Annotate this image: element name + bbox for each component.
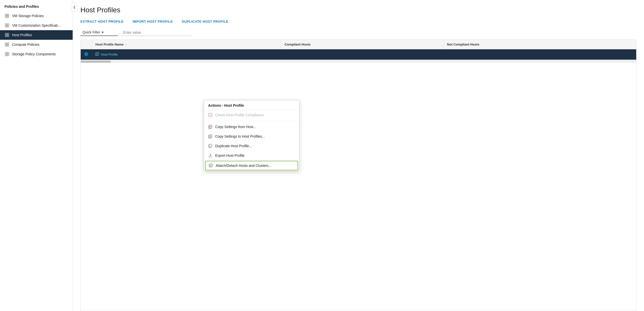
quick-filter-button[interactable]: Quick Filter ▾ [80,29,118,36]
svg-rect-6 [5,26,7,27]
host-profiles-table: Host Profile Name ↑ Compliant Hosts Not … [81,40,636,60]
check-compliance-icon [208,113,213,117]
menu-item-duplicate-host-profile[interactable]: Duplicate Host Profile... [204,141,299,151]
chevron-down-icon: ▾ [102,30,104,34]
row-not-compliant-cell [443,49,636,60]
sidebar-item-label-vm-storage: VM Storage Policies [12,14,44,18]
copy-from-host-icon [208,125,213,129]
menu-item-export-host-profile[interactable]: Export Host Profile [204,151,299,160]
quick-filter-label: Quick Filter [82,30,100,34]
svg-rect-5 [7,24,9,25]
sidebar: ❮ Policies and Profiles VM Storage Polic… [0,0,73,311]
host-profiles-table-wrapper: Host Profile Name ↑ Compliant Hosts Not … [80,40,636,311]
svg-rect-9 [7,33,9,35]
context-menu-title: Actions - Host Profile [204,100,299,110]
svg-rect-2 [5,16,7,18]
attach-detach-icon [209,163,213,168]
menu-item-export-host-profile-label: Export Host Profile [215,153,245,158]
sidebar-item-vm-customization[interactable]: VM Customization Specificati... [0,21,73,30]
svg-rect-14 [5,45,7,46]
action-bar: EXTRACT HOST PROFILE IMPORT HOST PROFILE… [80,20,636,24]
duplicate-host-profile-icon [208,144,213,148]
copy-to-host-profiles-icon [208,134,213,139]
svg-rect-7 [7,26,9,27]
import-host-profile-link[interactable]: IMPORT HOST PROFILE [132,20,173,24]
sort-asc-icon: ↑ [125,43,127,46]
menu-item-copy-from-host[interactable]: Copy Settings from Host... [204,122,299,132]
sidebar-collapse-button[interactable]: ❮ [72,3,77,12]
row-name-cell: Host Profile [92,49,281,60]
sidebar-items-container: VM Storage Policies VM Customization Spe… [0,11,73,59]
context-menu-divider-1 [204,121,299,121]
svg-rect-1 [7,14,9,16]
sidebar-item-icon-vm-customization [5,23,10,28]
svg-point-25 [209,113,210,114]
svg-rect-18 [5,54,7,56]
sidebar-item-icon-host-profiles [5,32,10,37]
sidebar-item-host-profiles[interactable]: Host Profiles [0,30,73,40]
svg-rect-10 [5,35,7,37]
svg-rect-8 [5,33,7,35]
col-host-profile-name[interactable]: Host Profile Name ↑ [92,40,281,49]
sidebar-item-icon-vm-storage [5,13,10,18]
col-checkbox [81,40,92,49]
menu-item-check-compliance[interactable]: Check Host Profile Compliance [204,110,299,120]
svg-rect-0 [5,14,7,16]
svg-rect-11 [7,35,9,37]
menu-item-copy-to-host-profiles-label: Copy Settings to Host Profiles... [215,134,265,138]
row-compliant-cell [281,49,443,60]
menu-item-attach-detach[interactable]: Attach/Detach Hosts and Clusters... [205,161,298,170]
filter-bar: Quick Filter ▾ [80,29,636,36]
svg-rect-19 [7,54,9,56]
col-compliant-hosts[interactable]: Compliant Hosts [281,40,443,49]
page-title: Host Profiles [80,6,636,14]
svg-rect-3 [7,16,9,18]
sidebar-item-label-host-profiles: Host Profiles [12,33,32,37]
svg-rect-12 [5,43,7,44]
sidebar-item-icon-compute-policies [5,42,10,47]
sidebar-item-icon-storage-policy [5,52,10,57]
menu-item-attach-detach-label: Attach/Detach Hosts and Clusters... [216,164,271,168]
menu-item-copy-from-host-label: Copy Settings from Host... [215,125,256,129]
col-not-compliant-hosts[interactable]: Not Compliant Hosts [443,40,636,49]
sidebar-item-vm-storage[interactable]: VM Storage Policies [0,11,73,21]
svg-rect-4 [5,24,7,25]
host-profile-name: Host Profile [101,53,118,56]
sidebar-item-label-compute-policies: Compute Policies [12,43,39,47]
svg-rect-15 [7,45,9,46]
menu-item-copy-to-host-profiles[interactable]: Copy Settings to Host Profiles... [204,132,299,141]
horizontal-scrollbar[interactable] [81,60,636,63]
menu-item-check-compliance-label: Check Host Profile Compliance [215,113,264,117]
host-profile-icon [95,52,99,57]
svg-rect-17 [7,52,9,54]
context-menu: Actions - Host Profile Check Host Profil… [204,100,299,171]
row-radio[interactable] [84,52,88,56]
collapse-icon: ❮ [73,5,76,9]
extract-host-profile-link[interactable]: EXTRACT HOST PROFILE [80,20,123,24]
row-radio-cell [81,49,92,60]
filter-input[interactable] [121,29,192,36]
svg-rect-16 [5,52,7,54]
table-header-row: Host Profile Name ↑ Compliant Hosts Not … [81,40,636,49]
table-row[interactable]: Host Profile [81,49,636,60]
scrollbar-thumb[interactable] [81,61,111,63]
duplicate-host-profile-link[interactable]: DUPLICATE HOST PROFILE [182,20,228,24]
host-profile-link[interactable]: Host Profile [95,52,278,57]
main-content: Host Profiles EXTRACT HOST PROFILE IMPOR… [73,0,644,311]
svg-rect-37 [210,144,212,147]
sidebar-item-compute-policies[interactable]: Compute Policies [0,40,73,49]
menu-item-duplicate-host-profile-label: Duplicate Host Profile... [215,144,252,148]
sidebar-item-label-storage-policy: Storage Policy Components [12,52,56,56]
export-host-profile-icon [208,153,213,158]
svg-rect-13 [7,43,9,44]
sidebar-section-title: Policies and Profiles [0,0,73,11]
sidebar-item-label-vm-customization: VM Customization Specificati... [12,23,61,27]
table-body: Host Profile [81,49,636,60]
sidebar-item-storage-policy[interactable]: Storage Policy Components [0,49,73,59]
